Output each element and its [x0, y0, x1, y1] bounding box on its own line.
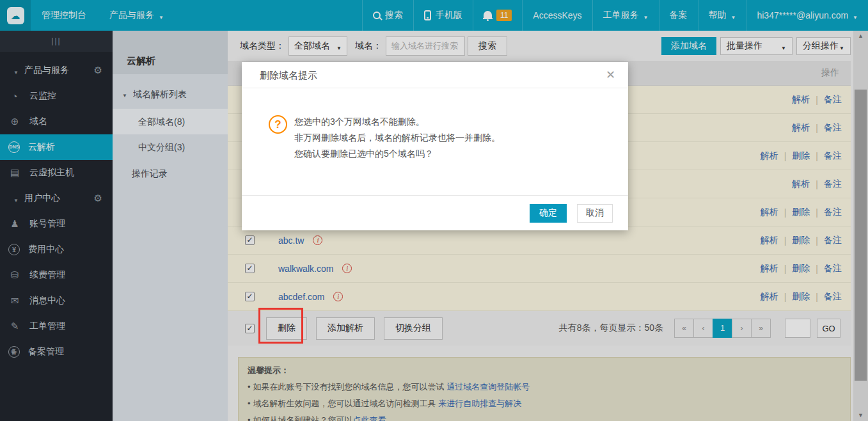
- dialog-message: 您选中的3个万网域名不能删除。: [294, 114, 609, 130]
- dialog-body: ? 您选中的3个万网域名不能删除。 非万网删除域名后，域名的解析记录也将一并删除…: [242, 88, 628, 162]
- cancel-button[interactable]: 取消: [577, 204, 613, 223]
- dialog-title: 删除域名提示: [242, 62, 628, 88]
- dialog-message: 您确认要删除已选中的5个域名吗？: [294, 146, 609, 162]
- confirm-button[interactable]: 确定: [530, 204, 567, 223]
- close-icon[interactable]: ✕: [606, 68, 615, 81]
- dialog-footer: 确定 取消: [242, 195, 628, 230]
- dialog-message: 非万网删除域名后，域名的解析记录也将一并删除。: [294, 130, 609, 146]
- question-mark-icon: ?: [269, 115, 287, 134]
- delete-domain-dialog: 删除域名提示 ✕ ? 您选中的3个万网域名不能删除。 非万网删除域名后，域名的解…: [242, 62, 628, 230]
